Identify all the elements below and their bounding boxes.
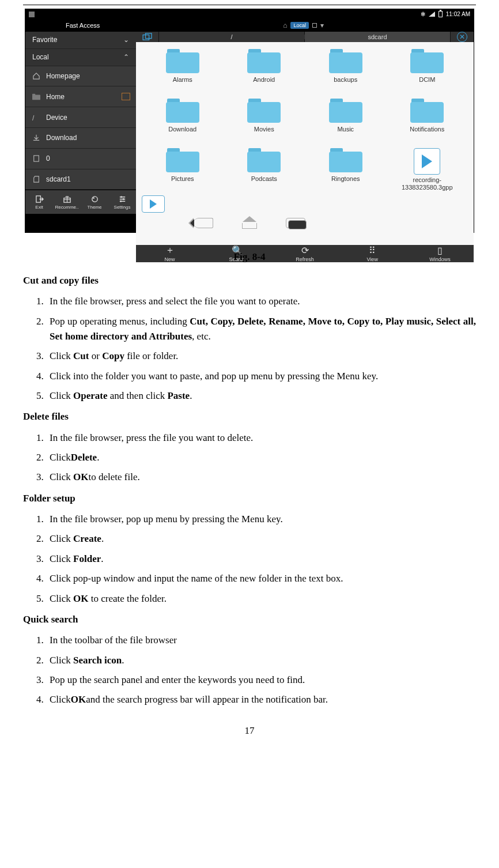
step: Click pop-up window and input the name o…	[46, 571, 476, 586]
sidebar-item-device[interactable]: / Device	[25, 107, 136, 128]
sidebar-item-homepage[interactable]: Homepage	[25, 66, 136, 87]
action-label: View	[367, 256, 378, 262]
grid-item-file[interactable]: recording-1338323580.3gpp	[387, 146, 468, 195]
dropdown-icon[interactable]: ▾	[320, 21, 324, 29]
gift-icon	[63, 195, 71, 203]
page-number: 17	[23, 725, 476, 737]
sidebar-section-label: Local	[32, 53, 49, 61]
folder-icon	[166, 148, 199, 172]
item-label: Music	[337, 126, 354, 133]
plus-icon: ＋	[165, 245, 175, 255]
sidebar-item-home[interactable]: Home	[25, 86, 136, 107]
nav-recent-button[interactable]	[286, 218, 305, 228]
sidebar-section-favorite[interactable]: Favorite ⌄	[25, 32, 136, 49]
step: Click Create.	[46, 531, 476, 546]
sidebar-section-label: Favorite	[32, 36, 57, 44]
screenshot: ✻ 11:02 AM Fast Access ⌂ Local ▾ Favorit…	[25, 9, 474, 233]
action-label: Windows	[429, 256, 451, 262]
sidebar-item-download[interactable]: Download	[25, 128, 136, 149]
action-label: New	[165, 256, 175, 262]
step: Click Operate and then click Paste.	[46, 388, 476, 403]
grid-item-folder[interactable]: Movies	[224, 96, 305, 146]
action-label: Refresh	[296, 256, 314, 262]
nav-back-button[interactable]	[194, 218, 213, 228]
item-label: backups	[334, 76, 357, 84]
storage-icon[interactable]	[312, 23, 317, 28]
sidebar-item-label: sdcard1	[46, 175, 71, 183]
item-label: Ringtones	[331, 175, 360, 183]
action-refresh[interactable]: ⟳Refresh	[271, 245, 338, 262]
video-file-icon	[142, 195, 165, 213]
sidebar-item-storage-0[interactable]: 0	[25, 149, 136, 169]
battery-icon	[438, 11, 443, 17]
steps-delete: In the file browser, press the file you …	[23, 431, 476, 485]
step: Click OKto delete file.	[46, 470, 476, 485]
step: Click Search icon.	[46, 653, 476, 668]
item-label: Movies	[254, 126, 274, 133]
grid-item-folder[interactable]: Download	[142, 96, 224, 146]
sidebar: Favorite ⌄ Local ⌃ Homepage Home / Devic…	[25, 32, 136, 214]
grid-item-folder[interactable]: DCIM	[387, 47, 468, 96]
sidebar-item-sdcard1[interactable]: sdcard1	[25, 169, 136, 190]
grid-item-folder[interactable]: Android	[224, 47, 305, 96]
folder-icon	[329, 148, 362, 172]
sidebar-btn-exit[interactable]: Exit	[25, 190, 53, 214]
item-label: Notifications	[410, 126, 444, 133]
folder-icon	[247, 148, 281, 172]
folder-icon	[166, 49, 199, 73]
home-icon[interactable]: ⌂	[283, 21, 287, 29]
nav-home-button[interactable]	[242, 217, 257, 229]
grid-item-folder[interactable]: Music	[305, 96, 387, 146]
item-label: Pictures	[171, 175, 194, 183]
action-windows[interactable]: ▯Windows	[406, 245, 474, 262]
svg-point-8	[122, 198, 124, 200]
svg-point-9	[120, 201, 122, 202]
grid-item-folder[interactable]: Podcasts	[224, 146, 305, 195]
folder-icon	[329, 49, 362, 73]
close-icon: ✕	[457, 32, 467, 42]
windows-icon: ▯	[437, 245, 443, 255]
sidebar-item-label: Download	[46, 134, 77, 142]
step: Click Folder.	[46, 552, 476, 567]
sidebar-btn-settings[interactable]: Settings	[108, 190, 136, 214]
download-icon	[32, 134, 40, 141]
sidebar-section-local[interactable]: Local ⌃	[25, 49, 136, 66]
svg-rect-0	[32, 95, 40, 100]
sidebar-item-label: Device	[46, 114, 67, 122]
step: ClickOKand the search progress bar will …	[46, 692, 476, 707]
breadcrumb-tabs-button[interactable]	[136, 32, 159, 42]
sidebar-btn-recommend[interactable]: Recomme..	[53, 190, 81, 214]
folder-icon	[410, 49, 444, 73]
sidebar-item-label: Home	[46, 93, 65, 101]
breadcrumb-close[interactable]: ✕	[451, 32, 474, 42]
bottom-action-bar: ＋New 🔍Search ⟳Refresh ⠿View ▯Windows	[136, 245, 474, 262]
android-status-bar: ✻ 11:02 AM	[25, 9, 474, 19]
storage-icon	[32, 155, 40, 162]
bluetooth-icon: ✻	[421, 11, 425, 17]
location-pill[interactable]: Local	[290, 22, 309, 29]
grid-item-folder[interactable]: Ringtones	[305, 146, 387, 195]
svg-point-6	[93, 197, 94, 198]
file-grid: Alarms Android backups DCIM Download Mov…	[136, 42, 474, 245]
grid-item-folder[interactable]: Alarms	[142, 47, 224, 96]
breadcrumb: / sdcard ✕	[136, 32, 474, 42]
action-view[interactable]: ⠿View	[339, 245, 406, 262]
action-new[interactable]: ＋New	[136, 245, 203, 262]
fast-access-label: Fast Access	[66, 22, 100, 29]
svg-point-7	[120, 196, 122, 198]
crumb-root[interactable]: /	[159, 32, 305, 42]
home-icon	[32, 73, 40, 80]
exit-icon	[35, 195, 44, 203]
signal-icon	[429, 12, 435, 17]
svg-point-5	[92, 196, 97, 201]
sidebar-btn-theme[interactable]: Theme	[81, 190, 108, 214]
crumb-sdcard[interactable]: sdcard	[305, 32, 451, 42]
grid-item-folder[interactable]: Pictures	[142, 146, 224, 195]
grid-item-folder[interactable]: backups	[305, 47, 387, 96]
home-marker-icon	[122, 93, 130, 100]
grid-item-folder[interactable]: Notifications	[387, 96, 468, 146]
theme-icon	[90, 195, 99, 203]
crumb-label: /	[230, 33, 232, 40]
item-label: Alarms	[173, 76, 192, 84]
sdcard-icon	[32, 176, 40, 183]
